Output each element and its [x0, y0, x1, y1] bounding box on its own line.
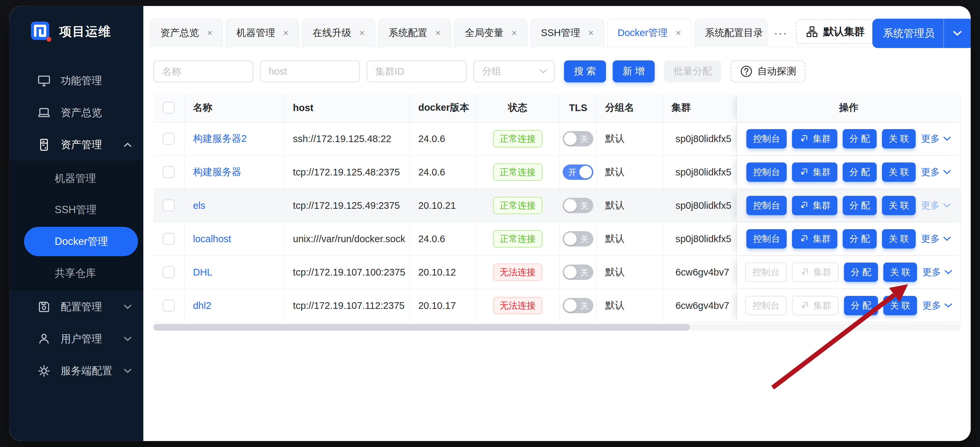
docker-name-link[interactable]: DHL — [193, 267, 212, 278]
docker-table: 名称 host docker版本 状态 TLS 分组名 集群 操作 构建服务器2… — [153, 94, 961, 322]
assign-button[interactable]: 分 配 — [843, 229, 877, 249]
sidebar-item-asset-mgmt[interactable]: 资产管理 — [10, 129, 143, 161]
sidebar-item-config-mgmt[interactable]: 配置管理 — [10, 291, 143, 323]
tls-toggle[interactable]: 关 — [563, 131, 593, 147]
tab-machine-mgmt[interactable]: 机器管理 × — [226, 19, 299, 47]
cluster-id-filter-input[interactable] — [367, 61, 467, 82]
link-button[interactable]: 关 联 — [883, 296, 917, 315]
auto-detect-button[interactable]: 自动探测 — [731, 61, 805, 82]
sidebar-item-machine-mgmt[interactable]: 机器管理 — [10, 163, 143, 194]
add-button[interactable]: 新 增 — [612, 61, 655, 82]
more-button[interactable]: 更多 — [921, 166, 951, 179]
more-label: 更多 — [921, 233, 940, 245]
batch-assign-button[interactable]: 批量分配 — [664, 61, 721, 82]
link-button[interactable]: 关 联 — [883, 263, 917, 282]
close-icon[interactable]: × — [360, 28, 365, 38]
console-button[interactable]: 控制台 — [746, 229, 787, 249]
sidebar-item-user-mgmt[interactable]: 用户管理 — [10, 323, 143, 355]
cluster-button[interactable]: 集群 — [792, 196, 837, 215]
default-cluster-button[interactable]: 默认集群 — [796, 19, 875, 44]
more-button[interactable]: 更多 — [921, 233, 951, 245]
row-checkbox[interactable] — [163, 133, 175, 145]
toggle-knob — [564, 233, 577, 245]
close-icon[interactable]: × — [283, 28, 288, 38]
enter-cluster-icon — [799, 300, 809, 311]
cluster-button[interactable]: 集群 — [792, 229, 837, 249]
search-button[interactable]: 搜 索 — [564, 61, 606, 82]
assign-button[interactable]: 分 配 — [844, 296, 878, 315]
host-filter-input[interactable] — [260, 61, 360, 82]
more-tabs-icon[interactable]: ··· — [774, 26, 788, 39]
close-icon[interactable]: × — [207, 28, 212, 38]
tab-global-vars[interactable]: 全局变量 × — [454, 19, 527, 47]
select-all-checkbox[interactable] — [163, 102, 175, 114]
tls-toggle[interactable]: 关 — [563, 198, 593, 213]
close-icon[interactable]: × — [435, 28, 441, 38]
docker-name-link[interactable]: 构建服务器 — [193, 166, 241, 179]
user-menu-button[interactable]: 系统管理员 — [872, 19, 970, 48]
console-button-disabled[interactable]: 控制台 — [745, 296, 787, 315]
assign-button[interactable]: 分 配 — [843, 196, 877, 215]
sidebar-item-server-config[interactable]: 服务端配置 — [10, 355, 143, 387]
docker-name-link[interactable]: localhost — [193, 233, 231, 244]
tls-toggle[interactable]: 关 — [563, 265, 593, 280]
sidebar-item-ssh-mgmt[interactable]: SSH管理 — [10, 194, 143, 225]
docker-name-link[interactable]: dhl2 — [193, 300, 212, 311]
close-icon[interactable]: × — [676, 28, 681, 38]
cluster-button-disabled[interactable]: 集群 — [792, 263, 838, 282]
horizontal-scrollbar[interactable] — [153, 324, 961, 330]
link-button[interactable]: 关 联 — [882, 229, 916, 249]
tls-toggle[interactable]: 关 — [563, 231, 593, 246]
tls-toggle[interactable]: 开 — [563, 164, 593, 180]
row-checkbox[interactable] — [163, 266, 175, 278]
host-cell: unix:///var/run/docker.sock — [285, 222, 410, 255]
cluster-button-disabled[interactable]: 集群 — [792, 296, 838, 315]
cluster-button[interactable]: 集群 — [792, 163, 837, 182]
tab-asset-overview[interactable]: 资产总览 × — [150, 19, 223, 47]
more-label: 更多 — [921, 199, 940, 212]
tab-system-config[interactable]: 系统配置 × — [378, 19, 451, 47]
more-button-open[interactable]: 更多 — [921, 199, 951, 212]
link-button[interactable]: 关 联 — [882, 196, 916, 215]
tab-ssh-mgmt[interactable]: SSH管理 × — [531, 19, 604, 47]
tab-label: 在线升级 — [313, 26, 352, 40]
sidebar-item-asset-overview[interactable]: 资产总览 — [10, 97, 143, 129]
tab-system-config-dir[interactable]: 系统配置目录 — [695, 19, 767, 47]
name-filter-input[interactable] — [153, 61, 253, 82]
version-cell: 24.0.6 — [410, 222, 476, 255]
close-icon[interactable]: × — [511, 28, 517, 38]
tls-toggle[interactable]: 关 — [563, 298, 593, 313]
console-button[interactable]: 控制台 — [746, 196, 787, 215]
scrollbar-thumb[interactable] — [153, 324, 690, 330]
row-checkbox[interactable] — [163, 200, 175, 211]
tab-label: SSH管理 — [541, 26, 580, 40]
link-button[interactable]: 关 联 — [882, 163, 916, 182]
toggle-label: 关 — [580, 300, 588, 311]
row-checkbox[interactable] — [163, 166, 175, 178]
link-button[interactable]: 关 联 — [882, 129, 916, 148]
enter-cluster-icon — [799, 167, 809, 177]
assign-button[interactable]: 分 配 — [843, 129, 877, 148]
row-checkbox[interactable] — [163, 300, 175, 311]
tab-docker-mgmt[interactable]: Docker管理 × — [607, 19, 691, 47]
console-button-disabled[interactable]: 控制台 — [745, 263, 787, 282]
sidebar-item-function-mgmt[interactable]: 功能管理 — [10, 65, 143, 97]
console-button[interactable]: 控制台 — [746, 129, 787, 148]
more-button[interactable]: 更多 — [922, 299, 952, 312]
more-button[interactable]: 更多 — [921, 133, 951, 145]
sidebar-item-shared-repo[interactable]: 共享仓库 — [10, 257, 143, 289]
more-button[interactable]: 更多 — [922, 266, 952, 279]
cluster-button[interactable]: 集群 — [792, 129, 837, 148]
close-icon[interactable]: × — [588, 28, 593, 38]
console-button[interactable]: 控制台 — [746, 163, 787, 182]
assign-button[interactable]: 分 配 — [843, 163, 877, 182]
chevron-down-icon — [123, 336, 132, 342]
docker-name-link[interactable]: els — [193, 200, 205, 211]
tab-online-upgrade[interactable]: 在线升级 × — [302, 19, 375, 47]
group-filter-select[interactable]: 分组 — [473, 61, 555, 82]
assign-button[interactable]: 分 配 — [844, 263, 878, 282]
docker-name-link[interactable]: 构建服务器2 — [193, 132, 247, 145]
sidebar-item-docker-mgmt[interactable]: Docker管理 — [24, 227, 138, 256]
row-checkbox[interactable] — [163, 233, 175, 245]
chevron-up-icon — [123, 142, 132, 147]
